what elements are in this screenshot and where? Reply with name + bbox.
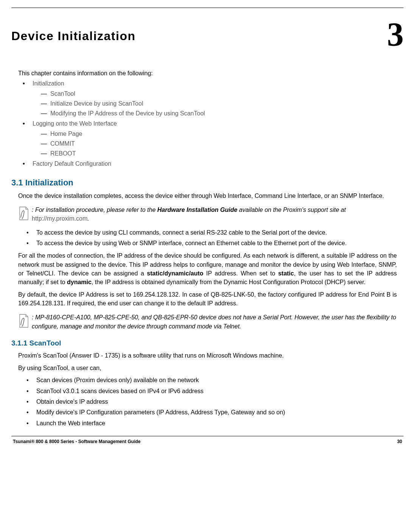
section-heading-3-1: 3.1 Initialization: [11, 178, 404, 188]
toc-sub-commit[interactable]: COMMIT: [41, 140, 404, 147]
toc-sub-home-page[interactable]: Home Page: [41, 131, 404, 137]
scantool-capabilities: Scan devices (Proxim devices only) avail…: [26, 376, 404, 428]
top-divider: [11, 8, 404, 8]
note-bold-guide: Hardware Installation Guide: [157, 207, 238, 213]
access-list: To access the device by using CLI comman…: [26, 229, 404, 248]
para-3-1-intro: Once the device installation completes, …: [18, 191, 397, 200]
chapter-header: Device Initialization 3: [11, 18, 404, 51]
para2-bold2: static: [278, 270, 294, 277]
cap-ipv4-ipv6: ScanTool v3.0.1 scans devices based on I…: [26, 387, 404, 395]
toc-sub-modify-ip[interactable]: Modifying the IP Address of the Device b…: [41, 110, 404, 117]
toc-list: Initialization ScanTool Initialize Devic…: [23, 80, 404, 167]
cap-modify-ip: Modify device's IP Configuration paramet…: [26, 408, 404, 417]
intro-text: This chapter contains information on the…: [18, 70, 404, 77]
note-link[interactable]: http://my.proxim.com: [32, 215, 87, 222]
toc-item-logging[interactable]: Logging onto the Web Interface: [23, 120, 404, 127]
toc-item-initialization[interactable]: Initialization: [23, 80, 404, 87]
para2-bold3: dynamic: [67, 279, 92, 285]
page-footer: Tsunami® 800 & 8000 Series - Software Ma…: [11, 439, 404, 448]
toc-item-factory-default[interactable]: Factory Default Configuration: [23, 160, 404, 167]
toc-sub-scantool[interactable]: ScanTool: [41, 90, 404, 97]
para2-d: , the IP address is obtained dynamically…: [92, 279, 365, 285]
para2-b: IP address. When set to: [204, 270, 278, 277]
note-no-serial-port: : MP-8160-CPE-A100, MP-825-CPE-50, and Q…: [18, 313, 397, 330]
cap-launch-web: Launch the Web interface: [26, 419, 404, 428]
note-install-procedure: : For installation procedure, please ref…: [18, 205, 397, 223]
para-scantool-intro: Proxim's ScanTool (Answer ID - 1735) is …: [18, 351, 397, 360]
para-scantool-usercan: By using ScanTool, a user can,: [18, 364, 397, 372]
note-text-2: : MP-8160-CPE-A100, MP-825-CPE-50, and Q…: [32, 313, 397, 330]
cap-obtain-ip: Obtain device's IP address: [26, 398, 404, 406]
chapter-title: Device Initialization: [11, 29, 135, 43]
note-icon: [18, 314, 30, 330]
access-cli: To access the device by using CLI comman…: [26, 229, 404, 237]
access-web-snmp: To access the device by using Web or SNM…: [26, 239, 404, 247]
footer-divider: [11, 436, 404, 437]
toc-sub-reboot[interactable]: REBOOT: [41, 150, 404, 157]
toc-sub-initialize-device[interactable]: Initialize Device by using ScanTool: [41, 100, 404, 107]
note-text: : For installation procedure, please ref…: [32, 205, 397, 223]
para2-bold1: static/dynamic/auto: [147, 270, 203, 277]
para-default-ip: By default, the device IP Address is set…: [18, 290, 397, 308]
section-heading-3-1-1: 3.1.1 ScanTool: [11, 339, 404, 347]
footer-page-number: 30: [397, 439, 402, 444]
footer-title: Tsunami® 800 & 8000 Series - Software Ma…: [13, 439, 140, 444]
note-mid: available on the Proxim's support site a…: [237, 207, 346, 213]
note-prefix: : For installation procedure, please ref…: [32, 207, 157, 213]
chapter-number: 3: [387, 18, 404, 51]
note-suffix: .: [87, 215, 89, 222]
para-ip-config: For all the modes of connection, the IP …: [18, 251, 397, 286]
cap-scan: Scan devices (Proxim devices only) avail…: [26, 376, 404, 384]
note-icon: [18, 206, 30, 223]
